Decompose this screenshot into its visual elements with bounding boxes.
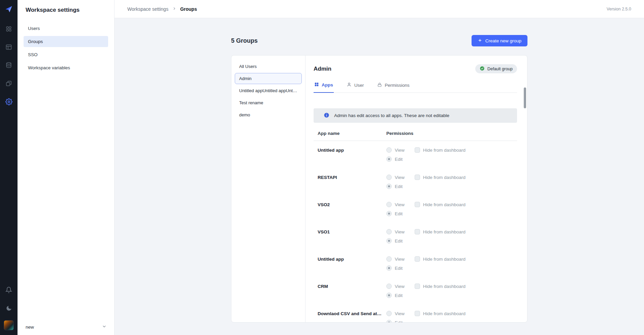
hide-from-dashboard-checkbox (415, 284, 420, 289)
apps-permissions-table: App name Permissions Untitled app View H… (314, 131, 517, 323)
marketplace-nav-icon[interactable] (3, 77, 15, 89)
group-title: Admin (314, 66, 331, 72)
create-new-group-label: Create new group (485, 38, 521, 43)
hide-from-dashboard-checkbox (415, 175, 420, 180)
apps-nav-icon[interactable] (3, 23, 15, 35)
detail-tabs: Apps User (314, 79, 517, 93)
table-header: App name Permissions (314, 131, 517, 141)
info-banner: Admin has edit access to all apps. These… (314, 108, 517, 123)
user-icon (347, 82, 352, 88)
edit-label: Edit (395, 184, 402, 189)
app-name: Downlaod CSV and Send attac… (318, 311, 386, 323)
view-label: View (395, 229, 405, 234)
hide-from-dashboard-label: Hide from dashboard (423, 257, 465, 262)
view-radio (386, 284, 392, 289)
edit-radio (386, 320, 392, 323)
app-name: VSO2 (318, 202, 386, 216)
dark-mode-moon-icon[interactable] (3, 302, 15, 314)
sidebar-item-users[interactable]: Users (24, 23, 108, 34)
content: 5 Groups Create new group All Users Admi… (115, 18, 644, 335)
view-label: View (395, 175, 405, 180)
app-logo-icon[interactable] (4, 4, 14, 14)
sidebar-item-sso[interactable]: SSO (24, 49, 108, 60)
group-item-demo[interactable]: demo (235, 109, 302, 120)
lock-icon (377, 82, 382, 88)
edit-label: Edit (395, 238, 402, 244)
sidebar-item-groups[interactable]: Groups (24, 36, 108, 47)
layouts-nav-icon[interactable] (3, 41, 15, 53)
apps-grid-icon (314, 82, 319, 88)
detail-header: Admin Default group (314, 64, 517, 73)
tab-permissions[interactable]: Permissions (377, 79, 410, 92)
breadcrumb-current: Groups (180, 6, 197, 12)
breadcrumb-parent[interactable]: Workspace settings (127, 6, 168, 12)
app-name: Untitled app (318, 147, 386, 162)
hide-from-dashboard-label: Hide from dashboard (423, 284, 465, 289)
edit-radio (386, 265, 392, 271)
app-name-header: App name (318, 131, 386, 136)
edit-radio (386, 211, 392, 216)
workspace-name: new (26, 325, 34, 330)
groups-card: All Users Admin Untitled appUntitled app… (231, 55, 527, 323)
view-label: View (395, 284, 405, 289)
hide-from-dashboard-label: Hide from dashboard (423, 311, 465, 316)
hide-from-dashboard-checkbox (415, 202, 420, 207)
tab-apps[interactable]: Apps (314, 79, 334, 93)
sidebar-item-workspace-variables[interactable]: Workspace variables (24, 62, 108, 73)
tab-user[interactable]: User (346, 79, 365, 92)
hide-from-dashboard-checkbox (415, 311, 420, 316)
edit-radio (386, 293, 392, 298)
app-root: Workspace settings Users Groups SSO Work… (0, 0, 644, 335)
tab-permissions-label: Permissions (385, 83, 410, 88)
hide-from-dashboard-checkbox (415, 256, 420, 262)
table-row: Untitled app View Hide from dashboard Ed… (314, 141, 517, 168)
info-banner-text: Admin has edit access to all apps. These… (334, 113, 449, 118)
view-label: View (395, 148, 405, 153)
hide-from-dashboard-label: Hide from dashboard (423, 175, 465, 180)
edit-label: Edit (395, 211, 402, 216)
group-item-untitled[interactable]: Untitled appUntitled appUntitle… (235, 85, 302, 96)
app-name: RESTAPI (318, 175, 386, 189)
table-row: VSO2 View Hide from dashboard Edit (314, 195, 517, 223)
view-label: View (395, 311, 405, 316)
view-label: View (395, 202, 405, 207)
main-area: Workspace settings Groups Version 2.5.0 … (115, 0, 644, 335)
tab-apps-label: Apps (322, 82, 333, 87)
chevron-right-icon (172, 6, 176, 12)
app-name: VSO1 (318, 229, 386, 244)
notifications-bell-icon[interactable] (3, 284, 15, 296)
group-detail-panel: Admin Default group (305, 55, 527, 322)
view-label: View (395, 257, 405, 262)
edit-label: Edit (395, 266, 402, 271)
edit-label: Edit (395, 320, 402, 323)
group-item-test-rename[interactable]: Test rename (235, 97, 302, 108)
vertical-scrollbar-thumb[interactable] (524, 87, 526, 108)
table-row: RESTAPI View Hide from dashboard Edit (314, 168, 517, 195)
breadcrumb: Workspace settings Groups (127, 6, 197, 12)
left-icon-rail (0, 0, 18, 335)
edit-radio (386, 156, 392, 162)
hide-from-dashboard-label: Hide from dashboard (423, 229, 465, 234)
table-row: Untitled app View Hide from dashboard Ed… (314, 250, 517, 277)
settings-nav-icon-active[interactable] (3, 96, 15, 108)
settings-sidebar: Workspace settings Users Groups SSO Work… (18, 0, 115, 335)
hide-from-dashboard-checkbox (415, 147, 420, 153)
workspace-switcher[interactable]: new (18, 319, 114, 335)
create-new-group-button[interactable]: Create new group (472, 35, 527, 46)
database-nav-icon[interactable] (3, 59, 15, 71)
default-group-badge-label: Default group (487, 67, 513, 71)
view-radio (386, 175, 392, 180)
app-name: CRM (318, 284, 386, 298)
user-avatar[interactable] (4, 320, 14, 330)
table-row: Downlaod CSV and Send attac… View Hide f… (314, 304, 517, 323)
group-item-admin[interactable]: Admin (235, 73, 302, 84)
hide-from-dashboard-checkbox (415, 229, 420, 234)
permissions-header: Permissions (386, 131, 413, 136)
edit-radio (386, 184, 392, 189)
view-radio (386, 202, 392, 207)
group-item-all-users[interactable]: All Users (235, 61, 302, 72)
default-group-badge: Default group (475, 64, 517, 73)
tab-user-label: User (354, 83, 364, 88)
chevron-down-icon (102, 324, 107, 330)
info-icon (324, 112, 329, 119)
